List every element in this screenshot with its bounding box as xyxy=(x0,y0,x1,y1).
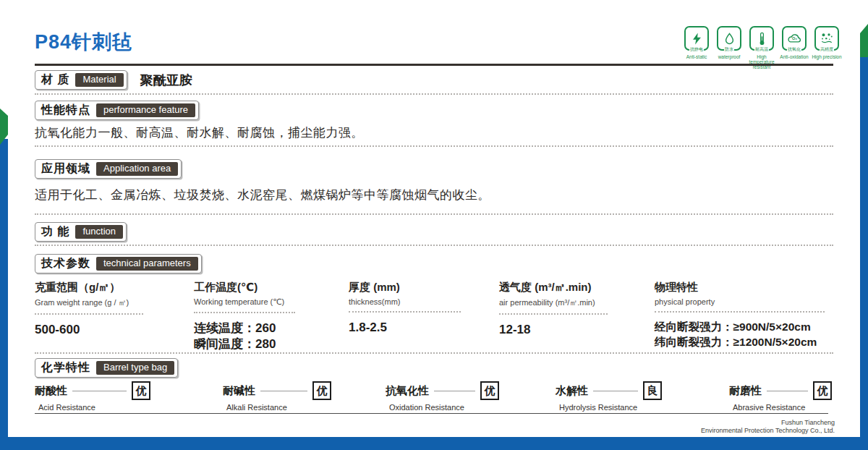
application-section-label: 应用领域 Application area xyxy=(35,159,182,179)
chem-abrasive-resistance: 耐磨性 优 Abrasive Resistance xyxy=(729,381,832,412)
param-gram-weight: 克重范围（g/㎡） Gram weight range (g / ㎡) 500-… xyxy=(35,281,179,338)
dots-icon: 高精度 xyxy=(814,26,839,51)
feature-icon-waterproof: 防水 waterproof xyxy=(714,26,744,69)
performance-label-en: performance feature xyxy=(96,103,195,117)
company-name-line2: Environmental Protection Technology Co.,… xyxy=(701,427,835,435)
param-title-zh: 工作温度(℃) xyxy=(194,281,339,294)
performance-text: 抗氧化能力一般、耐高温、耐水解、耐腐蚀，捕尘能力强。 xyxy=(35,124,364,141)
param-title-zh: 厚度 (mm) xyxy=(349,281,486,294)
param-working-temperature: 工作温度(℃) Working temperature (℃) 连续温度：260… xyxy=(194,281,339,352)
chem-rating-badge: 优 xyxy=(813,381,832,400)
material-label-en: Material xyxy=(75,73,123,87)
chem-title-en: Hydrolysis Resistance xyxy=(556,403,662,412)
param-title-en: physical property xyxy=(655,297,839,306)
droplet-icon: 防水 xyxy=(717,26,741,51)
chem-connector-line xyxy=(767,391,808,391)
chem-title-en: Acid Resistance xyxy=(35,403,150,412)
chem-row: 抗氧化性 优 xyxy=(386,381,499,400)
param-title-en: Working temperature (℃) xyxy=(194,297,339,307)
icon-label-zh: 防水 xyxy=(724,47,734,52)
chem-title-en: Alkali Resistance xyxy=(223,403,331,412)
technical-section-label: 技术参数 technical parameters xyxy=(35,254,202,273)
param-title-en: thickness(mm) xyxy=(349,297,486,306)
param-value: 12-18 xyxy=(499,322,644,338)
feature-icon-anti-oxidation: O₃ 抗氧化 Anti-oxidation xyxy=(779,26,809,69)
param-divider xyxy=(349,311,461,313)
chem-connector-line xyxy=(593,391,638,391)
param-divider xyxy=(194,312,295,313)
page-title: P84针刺毡 xyxy=(35,29,132,55)
param-divider xyxy=(655,311,825,313)
icon-label-en: Anti-oxidation xyxy=(776,54,812,59)
param-value-line: 连续温度：260 xyxy=(194,320,339,336)
param-title-zh: 透气度 (m³/㎡.min) xyxy=(499,281,644,294)
application-text: 适用于化工、金属冶炼、垃圾焚烧、水泥窑尾、燃煤锅炉等中等腐蚀烟气的收尘。 xyxy=(35,187,490,203)
svg-text:O₃: O₃ xyxy=(792,36,797,41)
lightning-icon: 抗静电 xyxy=(684,26,709,51)
company-name: Fushun Tiancheng Environmental Protectio… xyxy=(701,419,835,435)
performance-label-zh: 性能特点 xyxy=(41,103,90,118)
cloud-ozone-icon: O₃ 抗氧化 xyxy=(782,26,807,51)
chemical-section-label: 化学特性 Barrel type bag xyxy=(35,358,178,378)
left-accent-stripe-blue xyxy=(0,139,8,438)
param-value: 1.8-2.5 xyxy=(349,320,486,336)
param-physical-property: 物理特性 physical property 经向断裂强力：≥900N/5×20… xyxy=(655,281,839,349)
chem-title-zh: 抗氧化性 xyxy=(386,384,429,398)
chem-title-zh: 耐酸性 xyxy=(35,384,67,398)
chem-title-en: Abrasive Resistance xyxy=(729,403,832,412)
icon-label-zh: 耐高温 xyxy=(754,47,769,52)
param-value-line: 纬向断裂强力：≥1200N/5×20cm xyxy=(655,334,839,349)
param-value: 连续温度：260 瞬间温度：280 xyxy=(194,320,339,352)
chem-rating-badge: 优 xyxy=(480,381,499,400)
param-title-en: air permeability (m³/㎡.min) xyxy=(499,297,644,308)
chem-connector-line xyxy=(434,391,475,391)
footer-divider xyxy=(35,413,828,414)
icon-label-zh: 高精度 xyxy=(820,47,834,52)
page: P84针刺毡 抗静电 Anti-static 防水 waterproof 耐高温… xyxy=(0,0,868,450)
icon-label-zh: 抗氧化 xyxy=(787,47,801,52)
header-divider xyxy=(35,64,833,66)
right-accent-stripe-blue xyxy=(860,54,868,450)
divider-dotted xyxy=(35,145,833,147)
icon-label-en: High temperature resistant xyxy=(744,54,780,69)
icon-label-en: High precision xyxy=(809,54,845,59)
bottom-accent-bar xyxy=(0,437,868,450)
function-section-label: 功 能 function xyxy=(35,222,127,242)
chem-row: 耐磨性 优 xyxy=(729,381,832,400)
chem-hydrolysis-resistance: 水解性 良 Hydrolysis Resistance xyxy=(556,381,662,412)
chem-alkali-resistance: 耐碱性 优 Alkali Resistance xyxy=(223,381,331,412)
chem-rating-badge: 良 xyxy=(643,381,662,400)
application-label-zh: 应用领域 xyxy=(41,161,90,177)
param-thickness: 厚度 (mm) thickness(mm) 1.8-2.5 xyxy=(349,281,486,336)
technical-label-zh: 技术参数 xyxy=(41,256,90,271)
param-divider xyxy=(35,313,143,315)
function-label-en: function xyxy=(75,225,123,239)
icon-label-zh: 抗静电 xyxy=(689,47,704,52)
feature-icon-anti-static: 抗静电 Anti-static xyxy=(681,26,712,69)
divider-dotted xyxy=(35,93,833,95)
chem-rating-badge: 优 xyxy=(312,381,331,400)
feature-icon-high-temperature: 耐高温 High temperature resistant xyxy=(746,26,777,69)
param-value: 500-600 xyxy=(35,322,179,338)
icon-label-en: waterproof xyxy=(711,54,747,59)
param-value-line: 瞬间温度：280 xyxy=(194,336,339,352)
chem-oxidation-resistance: 抗氧化性 优 Oxidation Resistance xyxy=(386,381,499,412)
thermometer-icon: 耐高温 xyxy=(749,26,774,51)
chemical-label-zh: 化学特性 xyxy=(41,360,90,375)
chem-row: 水解性 良 xyxy=(556,381,662,400)
chem-row: 耐碱性 优 xyxy=(223,381,331,400)
feature-icon-high-precision: 高精度 High precision xyxy=(812,26,842,69)
param-value-line: 经向断裂强力：≥900N/5×20cm xyxy=(655,319,839,334)
divider-dotted xyxy=(35,245,833,246)
chem-title-zh: 耐碱性 xyxy=(223,384,255,398)
chem-connector-line xyxy=(72,391,127,391)
material-value: 聚酰亚胺 xyxy=(140,72,192,89)
chem-connector-line xyxy=(260,391,307,391)
chem-title-zh: 水解性 xyxy=(556,384,588,398)
application-label-en: Application area xyxy=(96,162,178,176)
material-label-zh: 材 质 xyxy=(41,72,69,88)
divider-dotted xyxy=(35,213,833,215)
param-air-permeability: 透气度 (m³/㎡.min) air permeability (m³/㎡.mi… xyxy=(499,281,644,338)
material-section: 材 质 Material 聚酰亚胺 xyxy=(35,70,192,90)
chem-title-zh: 耐磨性 xyxy=(729,384,762,398)
